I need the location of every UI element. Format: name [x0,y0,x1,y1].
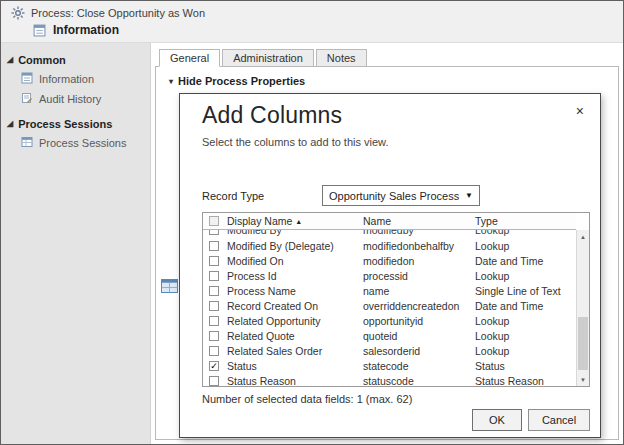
sidebar: ◢ Common Information Audit Histo [1,43,151,444]
chevron-down-icon: ▼ [465,191,473,200]
sidebar-group-process-sessions[interactable]: ◢ Process Sessions [1,115,150,133]
dialog-title: Add Columns [202,102,342,129]
sidebar-item-process-sessions[interactable]: Process Sessions [1,133,150,153]
cell-display-name: Related Opportunity [225,315,363,327]
header-checkbox [209,216,219,226]
columns-table-header: Display Name ▲ Name Type [203,213,576,230]
cell-display-name: Process Id [225,270,363,282]
record-type-value: Opportunity Sales Process [329,190,459,202]
table-row[interactable]: Process Name name Single Line of Text [203,283,576,298]
row-checkbox[interactable] [209,241,219,251]
tab-notes[interactable]: Notes [316,49,367,67]
table-row[interactable]: Related Quote quoteid Lookup [203,328,576,343]
cell-display-name: Process Name [225,285,363,297]
cell-name: modifiedon [363,255,475,267]
sidebar-item-information[interactable]: Information [1,69,150,89]
add-columns-dialog: Add Columns × Select the columns to add … [179,93,601,438]
app-window: Process: Close Opportunity as Won Inform… [0,0,624,445]
cell-name: name [363,285,475,297]
table-rows: Modified By modifiedby Lookup Modified B… [203,230,576,386]
cell-display-name: Status Reason [225,375,363,387]
table-row[interactable]: ✓ Status statecode Status [203,358,576,373]
row-checkbox[interactable] [209,331,219,341]
cell-name: statecode [363,360,475,372]
cell-name: modifiedby [363,230,475,236]
tab-administration[interactable]: Administration [222,49,314,67]
header-label: Display Name [227,215,292,227]
table-row-partial[interactable]: Modified By modifiedby Lookup [203,230,576,238]
sidebar-group-common[interactable]: ◢ Common [1,51,150,69]
window-titlebar: Process: Close Opportunity as Won Inform… [1,1,623,43]
table-row[interactable]: Related Sales Order salesorderid Lookup [203,343,576,358]
cell-display-name: Related Quote [225,330,363,342]
cell-type: Lookup [475,330,576,342]
row-checkbox[interactable] [209,271,219,281]
tab-general[interactable]: General [159,49,220,67]
table-row[interactable]: Status Reason statuscode Status Reason [203,373,576,386]
scroll-down-icon[interactable]: ▼ [577,373,589,386]
cell-display-name: Modified By [225,230,363,236]
table-scrollbar[interactable]: ▲ ▼ [576,230,589,386]
header-display-name[interactable]: Display Name ▲ [225,215,363,227]
table-row[interactable]: Process Id processid Lookup [203,268,576,283]
header-name[interactable]: Name [363,215,475,227]
collapse-arrow-icon: ▾ [169,77,173,86]
cell-name: statuscode [363,375,475,387]
sidebar-item-audit-history[interactable]: Audit History [1,89,150,109]
sidebar-group-label: Common [18,54,66,66]
cell-name: salesorderid [363,345,475,357]
row-checkbox[interactable] [209,316,219,326]
audit-history-icon [21,92,33,106]
background-grid-icon [161,279,178,297]
table-row[interactable]: Related Opportunity opportunityid Lookup [203,313,576,328]
cancel-button[interactable]: Cancel [528,409,590,431]
table-row[interactable]: Modified By (Delegate) modifiedonbehalfb… [203,238,576,253]
scroll-up-icon[interactable]: ▲ [577,230,589,243]
cell-name: quoteid [363,330,475,342]
header-type[interactable]: Type [475,215,576,227]
information-form-icon [21,72,33,86]
process-gear-icon [11,6,25,24]
cell-name: processid [363,270,475,282]
expander-icon: ◢ [7,120,13,128]
cell-type: Status Reason [475,375,576,387]
cell-type: Single Line of Text [475,285,576,297]
sidebar-item-label: Process Sessions [39,137,126,149]
cell-name: opportunityid [363,315,475,327]
table-row[interactable]: Record Created On overriddencreatedon Da… [203,298,576,313]
cell-type: Lookup [475,270,576,282]
row-checkbox[interactable] [209,301,219,311]
cell-display-name: Modified By (Delegate) [225,240,363,252]
row-checkbox[interactable] [209,230,219,235]
cell-type: Lookup [475,315,576,327]
dialog-subtitle: Select the columns to add to this view. [202,136,389,148]
cell-type: Lookup [475,230,576,236]
record-type-select[interactable]: Opportunity Sales Process ▼ [322,185,480,206]
sidebar-group-label: Process Sessions [18,118,112,130]
row-checkbox[interactable] [209,376,219,386]
cell-name: overriddencreatedon [363,300,475,312]
sort-ascending-icon: ▲ [295,218,302,225]
row-checkbox[interactable] [209,346,219,356]
row-checkbox[interactable] [209,256,219,266]
cell-display-name: Status [225,360,363,372]
process-properties-toggle[interactable]: ▾ Hide Process Properties [169,75,305,87]
cell-type: Date and Time [475,255,576,267]
scrollbar-thumb[interactable] [578,317,588,370]
information-form-icon [33,23,46,41]
selected-count-note: Number of selected data fields: 1 (max. … [202,393,412,405]
ok-button[interactable]: OK [472,409,522,431]
row-checkbox[interactable]: ✓ [209,361,219,371]
cell-type: Lookup [475,240,576,252]
sidebar-item-label: Information [39,73,94,85]
cell-type: Status [475,360,576,372]
cell-type: Date and Time [475,300,576,312]
cell-display-name: Modified On [225,255,363,267]
close-icon[interactable]: × [576,104,584,118]
sidebar-item-label: Audit History [39,93,101,105]
table-row[interactable]: Modified On modifiedon Date and Time [203,253,576,268]
row-checkbox[interactable] [209,286,219,296]
cell-name: modifiedonbehalfby [363,240,475,252]
cell-display-name: Record Created On [225,300,363,312]
process-sessions-grid-icon [21,136,33,150]
